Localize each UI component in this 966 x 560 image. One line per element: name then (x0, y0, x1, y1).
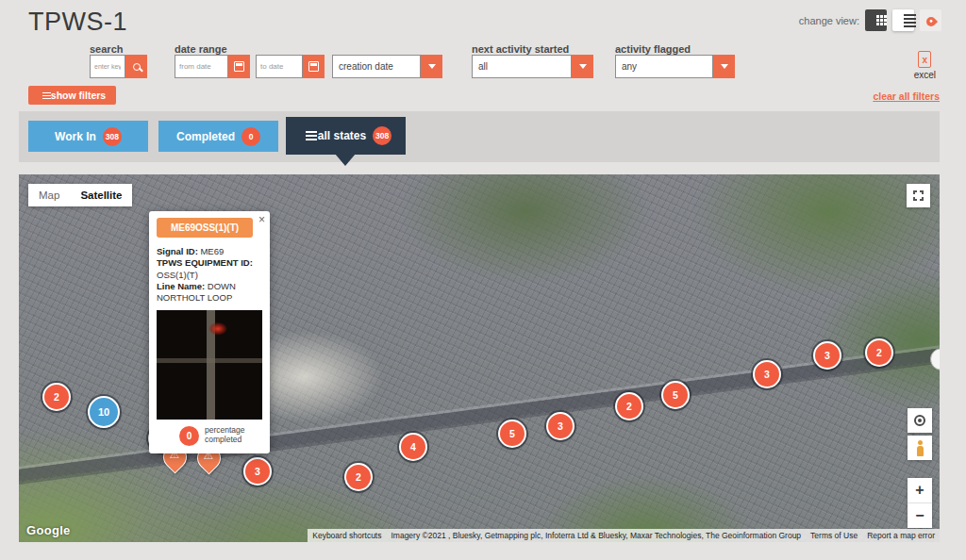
grid-icon (871, 15, 881, 25)
zoom-out-button[interactable] (908, 503, 932, 528)
calendar-icon (234, 61, 244, 72)
tab-badge: 308 (103, 127, 122, 146)
next-activity-dropdown-button[interactable] (572, 55, 593, 78)
signal-photo (157, 310, 262, 420)
excel-label: excel (914, 70, 936, 80)
tab-label: Work In (55, 130, 96, 143)
chevron-down-icon (428, 64, 436, 69)
next-activity-select[interactable]: all (472, 55, 572, 78)
calendar-icon (308, 61, 319, 72)
to-date-input[interactable] (256, 55, 303, 78)
excel-export-button[interactable]: excel (914, 51, 936, 80)
tab-band (19, 111, 940, 162)
date-range-label: date range (175, 43, 227, 55)
tab-badge: 308 (373, 126, 391, 145)
close-icon[interactable]: × (258, 214, 265, 225)
search-button[interactable] (125, 55, 147, 78)
tab-badge: 0 (242, 127, 260, 146)
chevron-down-icon (579, 64, 587, 69)
show-filters-button[interactable]: show filters (28, 86, 116, 105)
street-view-button[interactable] (908, 436, 932, 460)
popup-field-signal-id: Signal ID: ME69 (157, 246, 262, 257)
activity-flagged-select[interactable]: any (615, 55, 713, 78)
grid-view-button[interactable] (865, 9, 887, 31)
map-pin-icon (924, 15, 937, 28)
google-logo: Google (26, 523, 71, 537)
next-activity-label: next activity started (472, 43, 569, 55)
field-value: ME69 (198, 246, 224, 256)
date-type-dropdown-button[interactable] (421, 55, 442, 78)
map-marker[interactable]: 3 (813, 341, 841, 370)
page-title: TPWS-1 (28, 8, 127, 37)
app: TPWS-1 change view: search date range cr… (0, 0, 966, 560)
activity-flagged-value: any (622, 61, 637, 72)
map-marker[interactable]: 3 (753, 360, 781, 388)
map-marker[interactable]: 2 (615, 392, 643, 420)
map-marker[interactable]: 5 (661, 381, 690, 409)
change-view-group: change view: (799, 9, 941, 31)
map-marker[interactable]: 10 (88, 396, 120, 428)
map-type-satellite-button[interactable]: Satellite (70, 184, 132, 206)
clear-all-filters-link[interactable]: clear all filters (873, 91, 940, 102)
map-marker[interactable]: 5 (498, 420, 526, 448)
map-attribution: Keyboard shortcuts Imagery ©2021 , Blues… (308, 529, 940, 542)
tab-label: Completed (176, 130, 235, 143)
fullscreen-icon (913, 190, 924, 201)
fullscreen-button[interactable] (907, 184, 930, 207)
search-label: search (90, 43, 123, 55)
map-type-map-button[interactable]: Map (28, 184, 70, 206)
zoom-control (908, 478, 932, 528)
tab-all-states[interactable]: all states 308 (286, 117, 406, 155)
tab-completed[interactable]: Completed 0 (158, 121, 278, 152)
to-date-calendar-button[interactable] (303, 55, 325, 78)
filters-icon (39, 91, 47, 100)
map-type-control: Map Satellite (28, 184, 132, 206)
excel-icon (918, 51, 931, 68)
map-marker[interactable]: 2 (865, 338, 893, 367)
map-marker[interactable]: 3 (243, 457, 272, 486)
my-location-icon (914, 415, 925, 426)
report-map-error-link[interactable]: Report a map error (862, 529, 940, 542)
search-input[interactable] (90, 55, 125, 78)
activity-flagged-dropdown-button[interactable] (713, 55, 735, 78)
map-marker[interactable]: 4 (399, 433, 427, 461)
list-icon (897, 14, 909, 27)
my-location-button[interactable] (908, 408, 932, 433)
imagery-credit: Imagery ©2021 , Bluesky, Getmapping plc,… (386, 529, 806, 542)
field-value: OSS(1)(T) (157, 270, 198, 280)
map-marker[interactable]: 2 (42, 383, 71, 411)
keyboard-shortcuts-link[interactable]: Keyboard shortcuts (308, 529, 386, 542)
field-label: Line Name: (157, 281, 205, 291)
map-marker[interactable]: 2 (344, 463, 373, 491)
chevron-down-icon (721, 64, 728, 69)
list-icon (300, 131, 311, 141)
field-label: Signal ID: (157, 246, 198, 256)
popup-field-equipment-id: TPWS EQUIPMENT ID: OSS(1)(T) (157, 257, 262, 281)
next-activity-value: all (478, 61, 488, 72)
tab-work-in[interactable]: Work In 308 (28, 121, 148, 152)
popup-title: ME69OSS(1)(T) (157, 218, 253, 238)
from-date-calendar-button[interactable] (228, 55, 250, 78)
show-filters-label: show filters (51, 90, 106, 101)
date-type-select[interactable]: creation date (332, 55, 421, 78)
from-date-input[interactable] (175, 55, 228, 78)
tab-label: all states (318, 129, 366, 142)
list-view-button[interactable] (892, 9, 914, 31)
map[interactable]: Map Satellite 2103245325332 × ME69OSS(1)… (19, 174, 940, 542)
search-icon (133, 63, 141, 71)
progress-row: 0 percentage completed (157, 424, 262, 449)
progress-label: percentage completed (205, 426, 259, 445)
map-marker[interactable]: 3 (546, 412, 575, 440)
active-tab-pointer (335, 154, 356, 166)
field-label: TPWS EQUIPMENT ID: (157, 257, 253, 268)
progress-badge: 0 (179, 426, 199, 446)
map-view-button[interactable] (920, 9, 941, 31)
change-view-label: change view: (799, 15, 859, 26)
date-type-value: creation date (339, 61, 393, 72)
map-info-popup: × ME69OSS(1)(T) Signal ID: ME69 TPWS EQU… (149, 211, 270, 453)
activity-flagged-label: activity flagged (615, 43, 691, 55)
zoom-in-button[interactable] (908, 478, 932, 503)
terms-of-use-link[interactable]: Terms of Use (806, 529, 862, 542)
popup-field-line-name: Line Name: DOWN NORTHOLT LOOP (157, 281, 262, 305)
pegman-icon (915, 440, 924, 456)
